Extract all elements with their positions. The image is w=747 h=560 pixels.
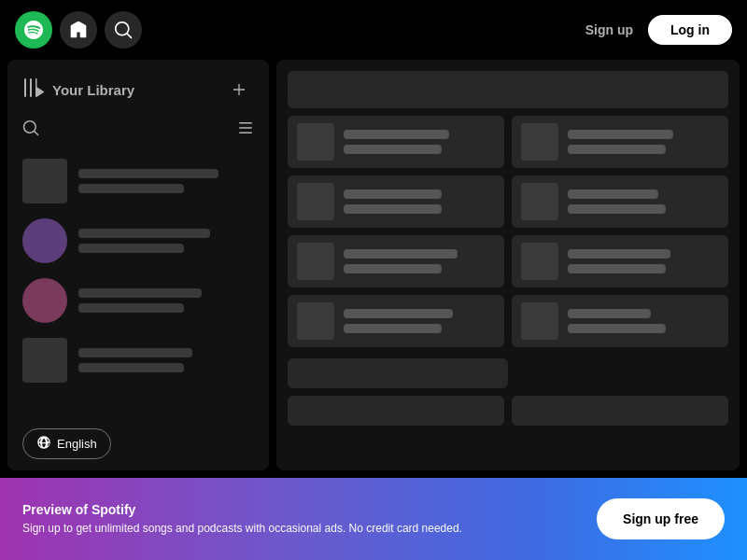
globe-icon bbox=[36, 435, 51, 453]
list-item[interactable] bbox=[15, 211, 261, 271]
signup-free-button[interactable]: Sign up free bbox=[597, 498, 725, 539]
content-text bbox=[568, 249, 719, 273]
library-icon bbox=[22, 77, 45, 103]
topnav-right: Sign up Log in bbox=[585, 15, 732, 45]
home-button[interactable] bbox=[60, 11, 97, 49]
language-button[interactable]: English bbox=[22, 428, 111, 459]
banner-text-group: Preview of Spotify Sign up to get unlimi… bbox=[22, 502, 582, 537]
banner-subtitle: Sign up to get unlimited songs and podca… bbox=[22, 521, 582, 537]
content-skeleton-half bbox=[288, 396, 504, 426]
content-skeleton-mid bbox=[288, 358, 508, 388]
content-thumbnail bbox=[297, 183, 334, 220]
content-grid bbox=[288, 116, 728, 347]
content-row[interactable] bbox=[288, 116, 504, 168]
content-thumbnail bbox=[297, 302, 334, 340]
list-view-icon[interactable] bbox=[237, 119, 254, 140]
sidebar-search-icon[interactable] bbox=[22, 119, 39, 140]
banner-title: Preview of Spotify bbox=[22, 502, 582, 517]
content-skeleton-row bbox=[288, 396, 728, 426]
content-bottom-area bbox=[288, 358, 728, 426]
content-thumbnail bbox=[521, 123, 558, 161]
content-row[interactable] bbox=[512, 295, 728, 347]
sidebar-items bbox=[7, 147, 269, 417]
content-text bbox=[344, 189, 495, 214]
content-skeleton-half bbox=[512, 396, 728, 426]
skeleton-text bbox=[78, 348, 254, 372]
list-item[interactable] bbox=[15, 151, 261, 211]
content-text bbox=[344, 249, 495, 273]
sidebar-search-row bbox=[7, 112, 269, 147]
sidebar-title-group: Your Library bbox=[22, 77, 134, 103]
language-label: English bbox=[57, 437, 97, 451]
main-layout: Your Library bbox=[0, 60, 747, 478]
content-text bbox=[568, 189, 719, 214]
content-text bbox=[344, 309, 495, 333]
content-skeleton-header bbox=[288, 71, 728, 108]
login-button[interactable]: Log in bbox=[648, 15, 732, 45]
content-row[interactable] bbox=[288, 295, 504, 347]
content-thumbnail bbox=[297, 123, 334, 161]
skeleton-text bbox=[78, 169, 254, 193]
content-thumbnail bbox=[297, 243, 334, 280]
your-library-title: Your Library bbox=[52, 82, 134, 98]
topnav-left bbox=[15, 11, 578, 49]
content-thumbnail bbox=[521, 243, 558, 280]
topnav: Sign up Log in bbox=[0, 0, 747, 60]
sidebar-header: Your Library bbox=[7, 60, 269, 112]
add-library-button[interactable] bbox=[224, 75, 254, 105]
list-item[interactable] bbox=[15, 330, 261, 390]
content-thumbnail bbox=[521, 183, 558, 220]
content-area bbox=[276, 60, 740, 470]
content-text bbox=[344, 130, 495, 154]
sidebar: Your Library bbox=[7, 60, 269, 470]
skeleton-text bbox=[78, 288, 254, 313]
signup-link[interactable]: Sign up bbox=[585, 22, 633, 37]
content-row[interactable] bbox=[512, 175, 728, 228]
content-row[interactable] bbox=[288, 235, 504, 287]
bottom-banner: Preview of Spotify Sign up to get unlimi… bbox=[0, 478, 747, 560]
content-text bbox=[568, 309, 719, 333]
spotify-logo[interactable] bbox=[15, 11, 52, 49]
content-row[interactable] bbox=[512, 235, 728, 287]
search-button[interactable] bbox=[105, 11, 142, 49]
content-text bbox=[568, 130, 719, 154]
list-item[interactable] bbox=[15, 271, 261, 330]
skeleton-text bbox=[78, 229, 254, 253]
content-row[interactable] bbox=[512, 116, 728, 168]
content-row[interactable] bbox=[288, 175, 504, 228]
content-thumbnail bbox=[521, 302, 558, 340]
